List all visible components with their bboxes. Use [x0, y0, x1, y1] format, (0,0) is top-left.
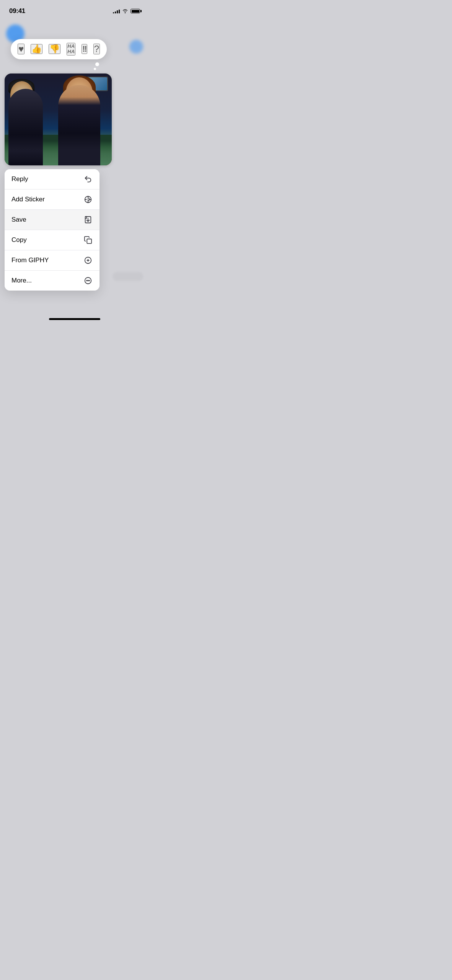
status-icons	[113, 9, 140, 13]
home-indicator	[49, 318, 100, 320]
heart-reaction-button[interactable]: ♥	[18, 44, 24, 54]
signal-bars-icon	[113, 9, 120, 13]
more-menu-item[interactable]: More...	[5, 271, 100, 291]
reply-icon	[83, 175, 93, 184]
svg-point-6	[86, 280, 87, 281]
exclaim-reaction-button[interactable]: !!	[82, 44, 87, 54]
exclaim-text: !!	[82, 45, 86, 53]
svg-point-7	[88, 280, 88, 281]
haha-reaction-button[interactable]: HAHA	[67, 43, 75, 56]
add-sticker-menu-item[interactable]: Add Sticker	[5, 189, 100, 210]
reaction-picker-tail	[95, 62, 99, 66]
battery-icon	[131, 9, 140, 13]
context-menu: Reply Add Sticker Save	[5, 169, 100, 291]
more-label: More...	[11, 277, 32, 284]
reaction-picker-tail2	[94, 68, 96, 70]
status-bar: 09:41	[0, 0, 149, 17]
copy-menu-item[interactable]: Copy	[5, 230, 100, 250]
svg-rect-3	[87, 239, 91, 243]
thumbsup-reaction-button[interactable]: 👍	[31, 44, 42, 54]
svg-point-8	[89, 280, 90, 281]
from-giphy-label: From GIPHY	[11, 256, 49, 264]
reply-label: Reply	[11, 175, 28, 183]
bg-bubble-right	[129, 40, 143, 54]
thumbsdown-reaction-button[interactable]: 👎	[49, 44, 60, 54]
copy-label: Copy	[11, 236, 27, 244]
more-icon	[83, 276, 93, 285]
reaction-picker: ♥ 👍 👎 HAHA !! ?	[11, 39, 107, 59]
save-menu-item[interactable]: Save	[5, 210, 100, 230]
status-time: 09:41	[9, 7, 25, 15]
message-bubble[interactable]	[5, 74, 112, 165]
save-label: Save	[11, 216, 26, 224]
from-giphy-menu-item[interactable]: From GIPHY	[5, 250, 100, 271]
copy-icon	[83, 235, 93, 245]
save-icon	[83, 215, 93, 224]
wifi-icon	[122, 9, 128, 13]
haha-text: HAHA	[67, 44, 75, 55]
bg-bubble-bottom-right	[113, 272, 143, 281]
giphy-icon	[83, 256, 93, 265]
add-sticker-label: Add Sticker	[11, 196, 45, 203]
message-image	[5, 74, 112, 165]
sticker-icon	[83, 195, 93, 204]
reply-menu-item[interactable]: Reply	[5, 169, 100, 189]
content-area: ♥ 👍 👎 HAHA !! ? Re	[0, 17, 149, 323]
question-reaction-button[interactable]: ?	[93, 44, 100, 54]
